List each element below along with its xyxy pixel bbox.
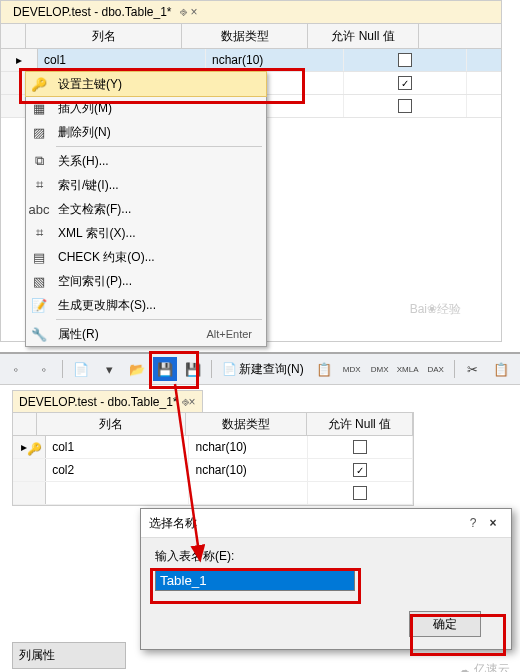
header-name: 列名 <box>26 24 182 48</box>
menu-label: 空间索引(P)... <box>58 273 258 290</box>
close-icon[interactable]: × <box>191 5 198 19</box>
null-checkbox[interactable] <box>353 486 367 500</box>
menu-label: 插入列(M) <box>58 100 258 117</box>
menu-label: 设置主键(Y) <box>58 76 258 93</box>
dialog-titlebar: 选择名称 ? × <box>141 509 511 538</box>
cell-type[interactable]: nchar(10) <box>189 436 307 458</box>
script-icon: 📝 <box>26 298 52 313</box>
save-icon[interactable]: 💾 <box>153 357 177 381</box>
bottom-grid: 列名 数据类型 允许 Null 值 ▸🔑 col1 nchar(10) col2… <box>12 412 414 506</box>
input-label: 输入表名称(E): <box>155 548 497 565</box>
cell-type[interactable]: nchar(10) <box>206 49 344 71</box>
new-icon[interactable]: 📄 <box>69 357 93 381</box>
tab-bar: DEVELOP.test - dbo.Table_1* ⎆ × <box>1 1 501 24</box>
index-icon: ⌗ <box>26 177 52 193</box>
header-type: 数据类型 <box>182 24 308 48</box>
grid-header: 列名 数据类型 允许 Null 值 <box>1 24 501 49</box>
menu-item[interactable]: ▧空间索引(P)... <box>26 269 266 293</box>
table-row[interactable]: col2 nchar(10) ✓ <box>13 459 413 482</box>
null-checkbox[interactable] <box>398 53 412 67</box>
menu-label: 索引/键(I)... <box>58 177 258 194</box>
menu-item[interactable]: 🔑设置主键(Y) <box>26 72 266 96</box>
table-row[interactable]: ▸🔑 col1 nchar(10) <box>13 436 413 459</box>
menu-item[interactable]: ⌗索引/键(I)... <box>26 173 266 197</box>
pin-icon[interactable]: ⎆ <box>182 395 189 409</box>
menu-label: 删除列(N) <box>58 124 258 141</box>
menu-item[interactable]: abc全文检索(F)... <box>26 197 266 221</box>
open-icon[interactable]: ▾ <box>97 357 121 381</box>
forward-icon[interactable]: ◦ <box>32 357 56 381</box>
context-menu: 🔑设置主键(Y)▦插入列(M)▨删除列(N)⧉关系(H)...⌗索引/键(I).… <box>25 71 267 347</box>
help-icon[interactable]: ? <box>463 516 483 530</box>
wrench-icon: 🔧 <box>26 327 52 342</box>
header-name: 列名 <box>37 413 186 435</box>
table-row[interactable]: ▸ col1 nchar(10) <box>1 49 501 72</box>
header-null: 允许 Null 值 <box>307 413 413 435</box>
document-tab[interactable]: DEVELOP.test - dbo.Table_1* ⎆ × <box>12 390 203 413</box>
dialog-title: 选择名称 <box>149 515 463 532</box>
tab-title: DEVELOP.test - dbo.Table_1* <box>13 5 172 19</box>
menu-label: XML 索引(X)... <box>58 225 258 242</box>
menu-label: 关系(H)... <box>58 153 258 170</box>
cell-type[interactable]: nchar(10) <box>189 459 307 481</box>
null-checkbox[interactable]: ✓ <box>398 76 412 90</box>
tab-title: DEVELOP.test - dbo.Table_1* <box>19 395 178 409</box>
close-icon[interactable]: × <box>483 516 503 530</box>
xml-icon: ⌗ <box>26 225 52 241</box>
toolbar: ◦ ◦ 📄 ▾ 📂 💾 💾 📄新建查询(N) 📋 MDX DMX XMLA DA… <box>0 354 520 385</box>
ok-button[interactable]: 确定 <box>409 611 481 637</box>
watermark: ☁亿速云 <box>458 661 510 672</box>
null-checkbox[interactable] <box>398 99 412 113</box>
dax-icon[interactable]: DAX <box>424 357 448 381</box>
xmla-icon[interactable]: XMLA <box>396 357 420 381</box>
null-checkbox[interactable] <box>353 440 367 454</box>
cell-name[interactable]: col1 <box>38 49 206 71</box>
rename-dialog: 选择名称 ? × 输入表名称(E): 确定 <box>140 508 512 650</box>
menu-shortcut: Alt+Enter <box>206 328 258 340</box>
row-indicator-icon: ▸ <box>1 49 38 71</box>
menu-label: 属性(R) <box>58 326 200 343</box>
header-type: 数据类型 <box>186 413 307 435</box>
header-null: 允许 Null 值 <box>308 24 419 48</box>
menu-label: 全文检索(F)... <box>58 201 258 218</box>
mdx-icon[interactable]: MDX <box>340 357 364 381</box>
back-icon[interactable]: ◦ <box>4 357 28 381</box>
row-indicator-icon: ▸🔑 <box>13 436 46 458</box>
copy-icon[interactable]: 📋 <box>489 357 513 381</box>
pin-icon[interactable]: ⎆ <box>180 5 187 19</box>
table-name-input[interactable] <box>155 569 355 591</box>
folder-icon[interactable]: 📂 <box>125 357 149 381</box>
key-icon: 🔑 <box>26 77 52 92</box>
new-query-button[interactable]: 📄新建查询(N) <box>218 361 308 378</box>
spatial-icon: ▧ <box>26 274 52 289</box>
dmx-icon[interactable]: DMX <box>368 357 392 381</box>
primary-key-icon: 🔑 <box>27 442 38 453</box>
menu-item[interactable]: ▤CHECK 约束(O)... <box>26 245 266 269</box>
insert-icon: ▦ <box>26 101 52 116</box>
query-type-icon[interactable]: 📋 <box>312 357 336 381</box>
close-icon[interactable]: × <box>189 395 196 409</box>
bottom-panel: ◦ ◦ 📄 ▾ 📂 💾 💾 📄新建查询(N) 📋 MDX DMX XMLA DA… <box>0 352 520 672</box>
cell-name[interactable]: col2 <box>46 459 189 481</box>
fulltext-icon: abc <box>26 202 52 217</box>
cut-icon[interactable]: ✂ <box>461 357 485 381</box>
null-checkbox[interactable]: ✓ <box>353 463 367 477</box>
watermark: Bai❀经验 <box>410 301 461 318</box>
relation-icon: ⧉ <box>26 153 52 169</box>
menu-item[interactable]: ▨删除列(N) <box>26 120 266 144</box>
save-all-icon[interactable]: 💾 <box>181 357 205 381</box>
menu-item[interactable]: 🔧属性(R)Alt+Enter <box>26 322 266 346</box>
document-tab[interactable]: DEVELOP.test - dbo.Table_1* ⎆ × <box>7 3 204 21</box>
menu-label: 生成更改脚本(S)... <box>58 297 258 314</box>
delete-icon: ▨ <box>26 125 52 140</box>
check-icon: ▤ <box>26 250 52 265</box>
menu-item[interactable]: ▦插入列(M) <box>26 96 266 120</box>
cell-name[interactable]: col1 <box>46 436 189 458</box>
table-row[interactable] <box>13 482 413 505</box>
menu-item[interactable]: ⌗XML 索引(X)... <box>26 221 266 245</box>
menu-item[interactable]: 📝生成更改脚本(S)... <box>26 293 266 317</box>
top-designer-panel: DEVELOP.test - dbo.Table_1* ⎆ × 列名 数据类型 … <box>0 0 502 342</box>
menu-label: CHECK 约束(O)... <box>58 249 258 266</box>
column-properties-label: 列属性 <box>12 642 126 669</box>
menu-item[interactable]: ⧉关系(H)... <box>26 149 266 173</box>
